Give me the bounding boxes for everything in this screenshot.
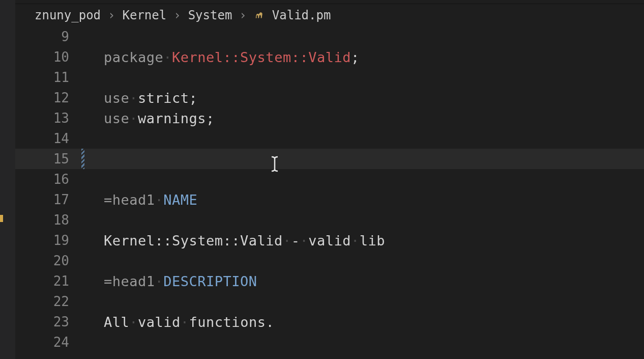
code-line[interactable]: 18	[15, 210, 644, 230]
line-number[interactable]: 19	[15, 233, 81, 248]
line-number[interactable]: 14	[15, 131, 81, 146]
crumb-2[interactable]: System	[188, 8, 232, 22]
line-number[interactable]: 11	[15, 70, 81, 85]
code-content[interactable]: package·Kernel::System::Valid;	[84, 49, 644, 65]
code-content[interactable]: =head1·NAME	[84, 192, 644, 208]
code-line[interactable]: 12use·strict;	[15, 88, 644, 108]
code-content[interactable]: use·strict;	[84, 90, 644, 106]
line-number[interactable]: 21	[15, 273, 81, 289]
code-line[interactable]: 23All·valid·functions.	[15, 312, 644, 332]
gutter-change-indicator	[81, 67, 84, 88]
gutter-change-indicator	[81, 291, 84, 312]
line-number[interactable]: 15	[15, 151, 81, 167]
line-number[interactable]: 12	[15, 90, 81, 105]
activity-bar[interactable]	[0, 0, 15, 359]
code-line[interactable]: 10package·Kernel::System::Valid;	[15, 47, 644, 67]
line-number[interactable]: 23	[15, 314, 81, 329]
camel-icon	[254, 10, 265, 21]
code-line[interactable]: 14	[15, 128, 644, 149]
gutter-change-indicator	[81, 332, 84, 352]
tab-bar[interactable]	[15, 0, 644, 4]
line-number[interactable]: 16	[15, 172, 81, 187]
code-content[interactable]: All·valid·functions.	[84, 314, 644, 330]
code-line[interactable]: 15	[15, 149, 644, 169]
code-line[interactable]: 24	[15, 332, 644, 352]
line-number[interactable]: 10	[15, 49, 81, 65]
gutter-change-indicator	[81, 251, 84, 271]
code-line[interactable]: 13use·warnings;	[15, 108, 644, 128]
breadcrumb[interactable]: znuny_pod › Kernel › System › Valid.pm	[15, 4, 644, 26]
code-content[interactable]: use·warnings;	[84, 111, 644, 126]
gutter-change-indicator	[81, 149, 84, 169]
code-line[interactable]: 22	[15, 291, 644, 312]
line-number[interactable]: 20	[15, 253, 81, 268]
code-line[interactable]: 17=head1·NAME	[15, 189, 644, 210]
code-line[interactable]: 16	[15, 169, 644, 189]
line-number[interactable]: 9	[15, 29, 81, 44]
code-line[interactable]: 9	[15, 26, 644, 47]
code-editor[interactable]: 910package·Kernel::System::Valid;1112use…	[15, 26, 644, 359]
crumb-1[interactable]: Kernel	[123, 8, 167, 22]
line-number[interactable]: 17	[15, 192, 81, 207]
line-number[interactable]: 18	[15, 212, 81, 228]
gutter-change-indicator	[81, 128, 84, 149]
chevron-right-icon: ›	[239, 8, 246, 22]
line-number[interactable]: 24	[15, 335, 81, 350]
chevron-right-icon: ›	[173, 8, 181, 22]
code-line[interactable]: 20	[15, 251, 644, 271]
gutter-change-indicator	[81, 169, 84, 189]
code-content[interactable]: =head1·DESCRIPTION	[84, 273, 644, 289]
code-line[interactable]: 11	[15, 67, 644, 88]
code-content[interactable]: Kernel::System::Valid·-·valid·lib	[84, 233, 644, 248]
gutter-change-indicator	[81, 210, 84, 230]
overview-marker	[0, 215, 3, 222]
chevron-right-icon: ›	[108, 8, 115, 22]
crumb-file[interactable]: Valid.pm	[272, 8, 331, 22]
line-number[interactable]: 13	[15, 111, 81, 126]
code-line[interactable]: 21=head1·DESCRIPTION	[15, 271, 644, 291]
crumb-0[interactable]: znuny_pod	[35, 8, 101, 22]
gutter-change-indicator	[81, 26, 84, 47]
code-line[interactable]: 19Kernel::System::Valid·-·valid·lib	[15, 230, 644, 251]
line-number[interactable]: 22	[15, 294, 81, 309]
